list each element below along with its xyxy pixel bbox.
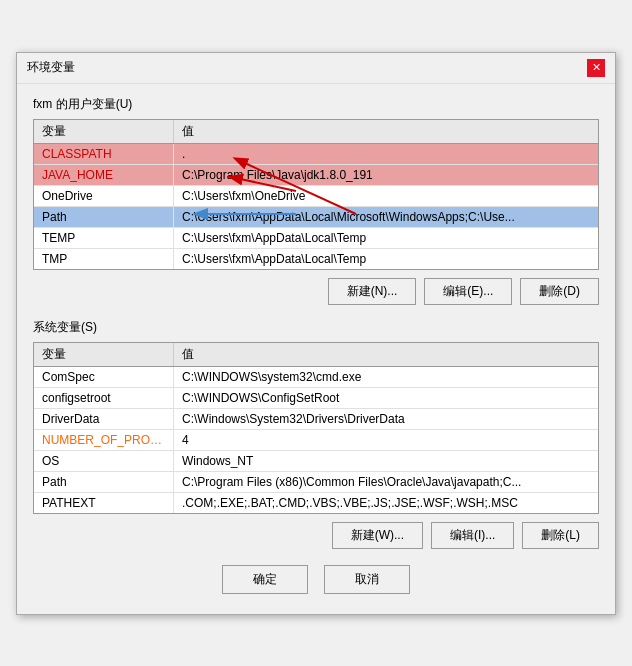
table-row[interactable]: OSWindows_NT (34, 451, 598, 472)
sys-var-cell: ComSpec (34, 367, 174, 387)
user-variables-wrapper: 变量 值 CLASSPATH.JAVA_HOMEC:\Program Files… (33, 119, 599, 270)
table-row[interactable]: DriverDataC:\Windows\System32\Drivers\Dr… (34, 409, 598, 430)
table-row[interactable]: NUMBER_OF_PROCESSORS4 (34, 430, 598, 451)
sys-table-rows: ComSpecC:\WINDOWS\system32\cmd.execonfig… (34, 367, 598, 513)
sys-variables-table: 变量 值 ComSpecC:\WINDOWS\system32\cmd.exec… (33, 342, 599, 514)
user-val-cell: C:\Program Files\Java\jdk1.8.0_191 (174, 165, 598, 185)
edit-sys-button[interactable]: 编辑(I)... (431, 522, 514, 549)
environment-variables-dialog: 环境变量 ✕ fxm 的用户变量(U) 变量 值 CLASSPATH.JAVA_… (16, 52, 616, 615)
new-user-button[interactable]: 新建(N)... (328, 278, 417, 305)
table-row[interactable]: ComSpecC:\WINDOWS\system32\cmd.exe (34, 367, 598, 388)
table-row[interactable]: TMPC:\Users\fxm\AppData\Local\Temp (34, 249, 598, 269)
edit-user-button[interactable]: 编辑(E)... (424, 278, 512, 305)
sys-table-header: 变量 值 (34, 343, 598, 367)
new-sys-button[interactable]: 新建(W)... (332, 522, 423, 549)
delete-sys-button[interactable]: 删除(L) (522, 522, 599, 549)
user-var-cell: TEMP (34, 228, 174, 248)
table-row[interactable]: CLASSPATH. (34, 144, 598, 165)
user-variables-table: 变量 值 CLASSPATH.JAVA_HOMEC:\Program Files… (33, 119, 599, 270)
user-val-cell: C:\Users\fxm\AppData\Local\Temp (174, 228, 598, 248)
sys-val-cell: 4 (174, 430, 598, 450)
sys-var-cell: OS (34, 451, 174, 471)
cancel-button[interactable]: 取消 (324, 565, 410, 594)
user-var-cell: TMP (34, 249, 174, 269)
user-section-label: fxm 的用户变量(U) (33, 96, 599, 113)
table-row[interactable]: PathC:\Users\fxm\AppData\Local\Microsoft… (34, 207, 598, 228)
sys-val-cell: C:\WINDOWS\system32\cmd.exe (174, 367, 598, 387)
table-row[interactable]: OneDriveC:\Users\fxm\OneDrive (34, 186, 598, 207)
sys-val-cell: C:\Windows\System32\Drivers\DriverData (174, 409, 598, 429)
sys-var-cell: Path (34, 472, 174, 492)
title-bar: 环境变量 ✕ (17, 53, 615, 84)
user-val-cell: C:\Users\fxm\AppData\Local\Microsoft\Win… (174, 207, 598, 227)
dialog-title: 环境变量 (27, 59, 75, 76)
table-row[interactable]: configsetrootC:\WINDOWS\ConfigSetRoot (34, 388, 598, 409)
ok-button[interactable]: 确定 (222, 565, 308, 594)
delete-user-button[interactable]: 删除(D) (520, 278, 599, 305)
sys-col1-header: 变量 (34, 343, 174, 366)
sys-buttons-row: 新建(W)... 编辑(I)... 删除(L) (33, 522, 599, 549)
user-var-cell: JAVA_HOME (34, 165, 174, 185)
user-val-cell: . (174, 144, 598, 164)
user-buttons-row: 新建(N)... 编辑(E)... 删除(D) (33, 278, 599, 305)
sys-val-cell: C:\Program Files (x86)\Common Files\Orac… (174, 472, 598, 492)
footer-buttons: 确定 取消 (33, 565, 599, 594)
sys-var-cell: DriverData (34, 409, 174, 429)
user-col1-header: 变量 (34, 120, 174, 143)
sys-val-cell: C:\WINDOWS\ConfigSetRoot (174, 388, 598, 408)
sys-col2-header: 值 (174, 343, 598, 366)
sys-var-cell: NUMBER_OF_PROCESSORS (34, 430, 174, 450)
table-row[interactable]: PATHEXT.COM;.EXE;.BAT;.CMD;.VBS;.VBE;.JS… (34, 493, 598, 513)
user-table-header: 变量 值 (34, 120, 598, 144)
table-row[interactable]: JAVA_HOMEC:\Program Files\Java\jdk1.8.0_… (34, 165, 598, 186)
user-var-cell: CLASSPATH (34, 144, 174, 164)
sys-table-scroll[interactable]: ComSpecC:\WINDOWS\system32\cmd.execonfig… (34, 367, 598, 513)
user-var-cell: OneDrive (34, 186, 174, 206)
table-row[interactable]: TEMPC:\Users\fxm\AppData\Local\Temp (34, 228, 598, 249)
sys-section-label: 系统变量(S) (33, 319, 599, 336)
sys-val-cell: Windows_NT (174, 451, 598, 471)
user-val-cell: C:\Users\fxm\AppData\Local\Temp (174, 249, 598, 269)
sys-var-cell: PATHEXT (34, 493, 174, 513)
user-var-cell: Path (34, 207, 174, 227)
table-row[interactable]: PathC:\Program Files (x86)\Common Files\… (34, 472, 598, 493)
sys-var-cell: configsetroot (34, 388, 174, 408)
sys-val-cell: .COM;.EXE;.BAT;.CMD;.VBS;.VBE;.JS;.JSE;.… (174, 493, 598, 513)
user-val-cell: C:\Users\fxm\OneDrive (174, 186, 598, 206)
user-col2-header: 值 (174, 120, 598, 143)
close-button[interactable]: ✕ (587, 59, 605, 77)
user-table-rows: CLASSPATH.JAVA_HOMEC:\Program Files\Java… (34, 144, 598, 269)
